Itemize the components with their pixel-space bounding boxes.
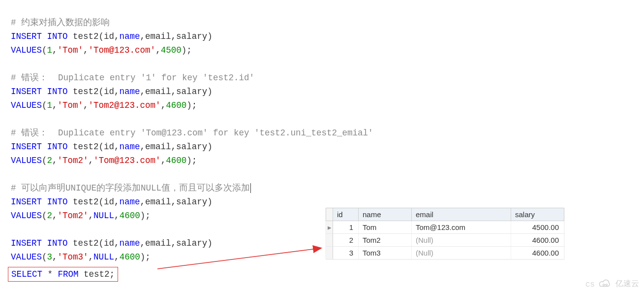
cell-id: 1 xyxy=(333,221,359,234)
cell-name: Tom xyxy=(359,221,412,234)
row-marker xyxy=(326,234,333,247)
cell-email: (Null) xyxy=(412,247,511,260)
table-name: test2 xyxy=(73,32,99,41)
cell-salary: 4500.00 xyxy=(511,221,564,234)
text-cursor xyxy=(250,183,251,193)
cell-id: 3 xyxy=(333,247,359,260)
keyword-into: INTO xyxy=(47,32,68,41)
query-result-table[interactable]: id name email salary ▸ 1 Tom Tom@123.com… xyxy=(326,208,564,260)
cell-name: Tom2 xyxy=(359,234,412,247)
table-header-row: id name email salary xyxy=(326,208,564,221)
col-header-id[interactable]: id xyxy=(333,208,359,221)
cell-email: (Null) xyxy=(412,234,511,247)
brand-watermark: 亿速云 xyxy=(598,279,639,289)
keyword-values: VALUES xyxy=(11,45,42,55)
cs-watermark: CS xyxy=(585,281,595,288)
cell-id: 2 xyxy=(333,234,359,247)
comment-error-1: # 错误： Duplicate entry '1' for key 'test2… xyxy=(11,73,254,83)
cell-email: Tom@123.com xyxy=(412,221,511,234)
svg-point-3 xyxy=(606,284,607,285)
comment-error-2: # 错误： Duplicate entry 'Tom@123.com' for … xyxy=(11,128,373,138)
comment-line: # 约束对插入数据的影响 xyxy=(11,18,110,28)
watermark-text: 亿速云 xyxy=(615,279,639,289)
table-row[interactable]: 2 Tom2 (Null) 4600.00 xyxy=(326,234,564,247)
highlighted-select-statement: SELECT * FROM test2; xyxy=(8,267,118,282)
table-row[interactable]: 3 Tom3 (Null) 4600.00 xyxy=(326,247,564,260)
svg-point-2 xyxy=(603,284,604,285)
comment-unique-null: # 可以向声明UNIQUE的字段添加NULL值，而且可以多次添加 xyxy=(11,183,250,193)
row-marker xyxy=(326,247,333,260)
gutter-header xyxy=(326,208,333,221)
col-header-email[interactable]: email xyxy=(412,208,511,221)
keyword-insert: INSERT xyxy=(11,32,42,41)
cell-salary: 4600.00 xyxy=(511,247,564,260)
cell-salary: 4600.00 xyxy=(511,234,564,247)
col-header-salary[interactable]: salary xyxy=(511,208,564,221)
keyword-select: SELECT xyxy=(11,269,42,279)
table-row[interactable]: ▸ 1 Tom Tom@123.com 4500.00 xyxy=(326,221,564,234)
cell-name: Tom3 xyxy=(359,247,412,260)
keyword-from: FROM xyxy=(58,269,79,279)
col-header-name[interactable]: name xyxy=(359,208,412,221)
row-marker: ▸ xyxy=(326,221,333,234)
cloud-icon xyxy=(598,279,613,289)
